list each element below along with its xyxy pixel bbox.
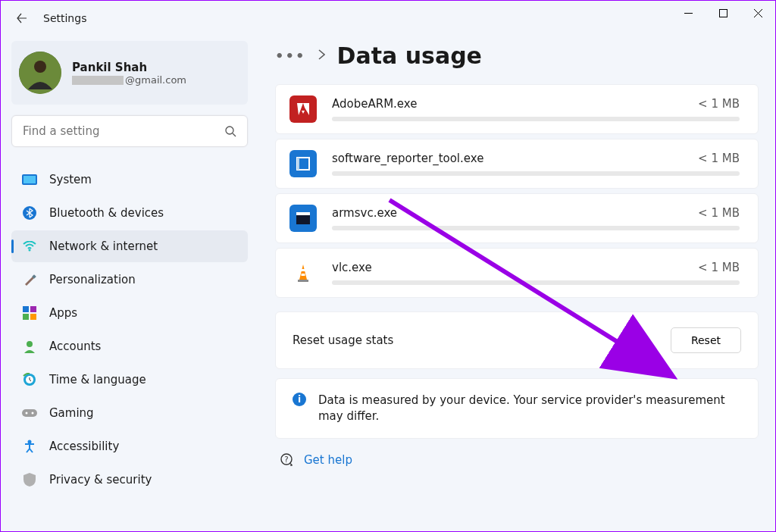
sidebar-item-label: Accounts bbox=[49, 340, 101, 353]
svg-point-4 bbox=[226, 127, 233, 134]
svg-text:?: ? bbox=[284, 455, 288, 464]
search-icon bbox=[224, 125, 236, 137]
sidebar-item-personalization[interactable]: Personalization bbox=[11, 264, 248, 296]
window-controls bbox=[671, 1, 775, 25]
apps-icon bbox=[22, 305, 37, 321]
svg-rect-25 bbox=[296, 212, 310, 215]
svg-point-3 bbox=[34, 61, 46, 73]
sidebar-item-label: Accessibility bbox=[49, 440, 119, 453]
titlebar: Settings bbox=[1, 1, 775, 35]
minimize-icon bbox=[684, 9, 693, 17]
wifi-icon bbox=[22, 239, 37, 254]
sidebar-item-accounts[interactable]: Accounts bbox=[11, 330, 248, 362]
sidebar-item-network[interactable]: Network & internet bbox=[11, 230, 248, 262]
svg-line-5 bbox=[233, 133, 236, 136]
breadcrumb-ellipsis[interactable]: ••• bbox=[275, 48, 306, 64]
profile-name: Pankil Shah bbox=[72, 61, 186, 74]
help-icon: ? bbox=[280, 452, 295, 468]
app-usage: < 1 MB bbox=[698, 206, 740, 220]
progress-bar bbox=[332, 117, 740, 121]
sidebar-item-gaming[interactable]: Gaming bbox=[11, 397, 248, 429]
svg-rect-1 bbox=[719, 9, 727, 17]
sidebar-item-label: Privacy & security bbox=[49, 473, 152, 487]
reset-button[interactable]: Reset bbox=[671, 327, 741, 353]
breadcrumb: ••• Data usage bbox=[275, 42, 759, 69]
app-usage: < 1 MB bbox=[698, 97, 740, 111]
accessibility-icon bbox=[22, 439, 37, 454]
progress-bar bbox=[332, 226, 740, 230]
svg-point-9 bbox=[29, 249, 31, 252]
nav-list: System Bluetooth & devices Network & int… bbox=[11, 164, 248, 496]
gaming-icon bbox=[22, 405, 37, 421]
help-link[interactable]: Get help bbox=[304, 453, 352, 467]
search-box[interactable] bbox=[11, 115, 248, 147]
vlc-icon bbox=[289, 259, 317, 286]
app-usage-row: vlc.exe < 1 MB bbox=[275, 248, 759, 298]
reset-label: Reset usage stats bbox=[293, 333, 393, 347]
svg-rect-18 bbox=[22, 409, 37, 417]
sidebar-item-apps[interactable]: Apps bbox=[11, 297, 248, 329]
search-input[interactable] bbox=[23, 124, 224, 138]
privacy-icon bbox=[22, 472, 37, 487]
svg-rect-29 bbox=[298, 280, 308, 282]
close-button[interactable] bbox=[740, 1, 775, 25]
app-name: AdobeARM.exe bbox=[332, 97, 417, 111]
profile-email: @gmail.com bbox=[72, 74, 186, 86]
sidebar-item-bluetooth[interactable]: Bluetooth & devices bbox=[11, 197, 248, 229]
reset-card: Reset usage stats Reset bbox=[275, 311, 759, 369]
back-arrow-icon bbox=[16, 12, 28, 24]
svg-point-20 bbox=[32, 412, 34, 415]
time-icon bbox=[22, 372, 37, 387]
profile-info: Pankil Shah @gmail.com bbox=[72, 61, 186, 86]
bluetooth-icon bbox=[22, 205, 37, 221]
sidebar-item-accessibility[interactable]: Accessibility bbox=[11, 430, 248, 462]
sidebar-item-label: System bbox=[49, 173, 92, 186]
sidebar-item-label: Personalization bbox=[49, 273, 136, 286]
svg-rect-11 bbox=[23, 306, 29, 312]
svg-rect-7 bbox=[23, 176, 36, 183]
app-usage: < 1 MB bbox=[698, 152, 740, 165]
maximize-button[interactable] bbox=[706, 1, 740, 25]
sidebar-item-label: Time & language bbox=[49, 373, 146, 386]
svg-rect-28 bbox=[302, 274, 305, 276]
app-name: armsvc.exe bbox=[332, 206, 397, 220]
app-name: vlc.exe bbox=[332, 261, 372, 274]
svg-rect-14 bbox=[30, 314, 36, 320]
system-icon bbox=[22, 172, 37, 187]
armsvc-icon bbox=[289, 205, 317, 232]
back-button[interactable] bbox=[7, 3, 37, 33]
info-icon: i bbox=[293, 393, 306, 406]
sidebar-item-label: Gaming bbox=[49, 406, 94, 420]
info-text: Data is measured by your device. Your se… bbox=[318, 393, 741, 424]
svg-rect-13 bbox=[23, 314, 29, 320]
info-card: i Data is measured by your device. Your … bbox=[275, 378, 759, 439]
svg-rect-26 bbox=[296, 215, 310, 224]
sidebar: Pankil Shah @gmail.com System Bluetooth … bbox=[1, 35, 258, 531]
svg-rect-27 bbox=[300, 269, 306, 271]
profile-card[interactable]: Pankil Shah @gmail.com bbox=[11, 41, 248, 105]
avatar bbox=[19, 52, 61, 94]
svg-point-19 bbox=[26, 412, 28, 415]
help-row[interactable]: ? Get help bbox=[275, 452, 759, 477]
minimize-button[interactable] bbox=[671, 1, 706, 25]
main-content: ••• Data usage AdobeARM.exe < 1 MB softw… bbox=[258, 35, 775, 531]
chevron-right-icon bbox=[318, 49, 325, 63]
svg-point-21 bbox=[28, 440, 32, 444]
svg-rect-24 bbox=[297, 158, 299, 170]
app-usage-row: armsvc.exe < 1 MB bbox=[275, 193, 759, 243]
maximize-icon bbox=[719, 9, 728, 17]
app-name: software_reporter_tool.exe bbox=[332, 152, 483, 165]
accounts-icon bbox=[22, 339, 37, 354]
sidebar-item-label: Network & internet bbox=[49, 239, 158, 253]
page-title: Data usage bbox=[337, 42, 482, 69]
progress-bar bbox=[332, 171, 740, 176]
sidebar-item-time[interactable]: Time & language bbox=[11, 364, 248, 396]
personalization-icon bbox=[22, 272, 37, 287]
svg-point-15 bbox=[27, 341, 33, 347]
app-usage: < 1 MB bbox=[698, 261, 740, 274]
app-usage-row: software_reporter_tool.exe < 1 MB bbox=[275, 139, 759, 189]
sidebar-item-system[interactable]: System bbox=[11, 164, 248, 196]
sidebar-item-privacy[interactable]: Privacy & security bbox=[11, 464, 248, 496]
software-tool-icon bbox=[289, 150, 317, 177]
sidebar-item-label: Bluetooth & devices bbox=[49, 206, 164, 220]
